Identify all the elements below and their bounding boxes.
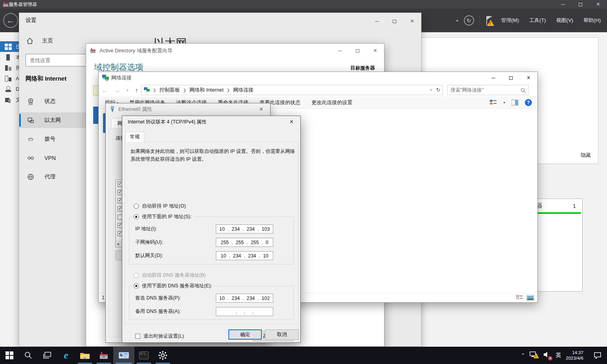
history-chevron-icon[interactable]: ∨ <box>123 88 132 92</box>
close-button[interactable] <box>366 44 384 58</box>
breadcrumb-network-internet[interactable]: 网络和 Internet <box>189 86 224 94</box>
chevron-right-icon: ❯ <box>181 88 188 92</box>
show-hidden-icons-chevron[interactable]: ⌃ <box>521 353 525 358</box>
clock[interactable]: 14:37 2023/4/6 <box>566 350 583 361</box>
maximize-button[interactable] <box>572 0 589 9</box>
cancel-button[interactable]: 取消 <box>265 329 299 340</box>
close-button[interactable] <box>403 13 421 29</box>
tile-count[interactable]: 1 <box>573 202 576 209</box>
intro-text: 如果网络支持此功能，则可以获取自动指派的 IP 设置。否则，你需要从网络系统管理… <box>131 147 296 163</box>
folder-location-icon <box>144 87 150 93</box>
default-gateway-input[interactable]: 10 . 234 . 234 . 10 <box>216 251 273 260</box>
subnet-mask-input[interactable]: 255 . 255 . 255 . 0 <box>216 238 273 247</box>
file-storage-icon <box>5 97 12 103</box>
chevron-right-icon: ❯ <box>225 88 232 92</box>
address-bar[interactable]: ❯ 控制面板 ❯ 网络和 Internet ❯ 网络连接 ∨ ↻ <box>141 85 443 95</box>
validate-settings-row[interactable]: 退出时验证设置(L) <box>135 333 184 340</box>
task-view-button[interactable] <box>38 347 57 364</box>
notifications-flag-icon[interactable] <box>486 15 493 26</box>
radio-manual-ip[interactable]: 使用下面的 IP 地址(S): <box>134 213 194 220</box>
radio-manual-dns[interactable]: 使用下面的 DNS 服务器地址(E): <box>134 283 214 289</box>
refresh-icon[interactable]: ↻ <box>464 15 474 26</box>
close-button[interactable] <box>283 116 300 128</box>
up-icon[interactable]: ↑ <box>132 87 142 94</box>
tcpip-properties-dialog: Internet 协议版本 4 (TCP/IPv4) 属性 常规 如果网络支持此… <box>122 116 301 343</box>
details-view-icon[interactable] <box>516 295 523 301</box>
server-manager-button[interactable] <box>94 347 113 364</box>
tab-general[interactable]: 常规 <box>125 132 144 142</box>
hide-button[interactable]: 隐藏 <box>581 152 591 159</box>
target-server-label: 目标服务器 <box>350 65 375 72</box>
preferred-dns-input[interactable]: 10 . 234 . 234 . 102 <box>216 294 273 303</box>
command-prompt-button[interactable] <box>134 347 153 364</box>
help-icon[interactable]: ? <box>525 99 532 106</box>
radio-icon-selected[interactable] <box>134 283 139 289</box>
control-panel-button[interactable] <box>113 347 134 364</box>
control-panel-icon <box>119 351 129 359</box>
preview-pane-icon[interactable] <box>511 99 519 106</box>
close-button[interactable] <box>589 0 607 9</box>
settings-button[interactable] <box>153 347 172 364</box>
window-title: 网络连接 <box>111 74 132 81</box>
maximize-button[interactable] <box>502 72 520 84</box>
subnet-mask-row: 子网掩码(U): 255 . 255 . 255 . 0 <box>135 238 273 247</box>
menu-tools[interactable]: 工具(T) <box>527 15 548 26</box>
address-dropdown-icon[interactable]: ∨ <box>430 88 433 92</box>
close-button[interactable] <box>252 103 270 115</box>
back-icon[interactable]: ← <box>99 87 111 94</box>
chevron-right-icon: ❯ <box>151 88 158 92</box>
toolbar-change-settings[interactable]: 更改此连接的设置 <box>311 99 352 106</box>
back-button[interactable]: ← <box>3 13 18 28</box>
preferred-dns-row: 首选 DNS 服务器(P): 10 . 234 . 234 . 102 <box>135 294 273 303</box>
breadcrumb-control-panel[interactable]: 控制面板 <box>159 86 180 94</box>
ime-indicator[interactable]: 英 <box>555 352 561 359</box>
radio-icon[interactable] <box>134 204 139 209</box>
taskbar: e ⌃ ✕ 英 14:37 2023/4/6 <box>0 347 607 364</box>
ip-address-input[interactable]: 10 . 234 . 234 . 103 <box>216 224 273 233</box>
close-button[interactable] <box>520 72 537 84</box>
maximize-button[interactable] <box>386 13 403 29</box>
default-gateway-row: 默认网关(D): 10 . 234 . 234 . 10 <box>135 251 273 260</box>
alternate-dns-row: 备用 DNS 服务器(A): . . . <box>135 307 273 316</box>
chevron-down-icon[interactable]: ▾ <box>456 18 458 23</box>
maximize-button[interactable] <box>349 44 366 58</box>
volume-muted-icon[interactable]: ✕ <box>543 351 551 360</box>
ok-button[interactable]: 确定 <box>228 329 262 340</box>
dialog-title: Ethernet0 属性 <box>118 106 152 113</box>
alternate-dns-input[interactable]: . . . <box>216 307 273 316</box>
refresh-icon[interactable]: ↻ <box>436 87 440 93</box>
sidebar-item-home[interactable]: 主页 <box>26 37 53 44</box>
search-input[interactable] <box>447 85 518 95</box>
minimize-button[interactable] <box>368 13 386 29</box>
dialup-icon <box>27 136 34 143</box>
view-options-chevron-icon[interactable]: ▾ <box>503 101 505 105</box>
breadcrumb-network-connections[interactable]: 网络连接 <box>233 86 254 94</box>
checkbox-unchecked[interactable] <box>135 334 140 339</box>
menu-help[interactable]: 帮助(H) <box>581 15 603 26</box>
file-explorer-button[interactable] <box>75 347 94 364</box>
forward-icon[interactable]: → <box>111 87 123 94</box>
minimize-button[interactable] <box>484 72 502 84</box>
search-icon <box>521 88 526 93</box>
radio-icon-selected[interactable] <box>134 214 139 219</box>
start-button[interactable] <box>0 347 19 364</box>
task-view-icon <box>43 352 51 359</box>
action-center-icon[interactable] <box>594 352 601 359</box>
radio-auto-ip[interactable]: 自动获得 IP 地址(O) <box>134 203 188 210</box>
menu-view[interactable]: 视图(V) <box>554 15 576 26</box>
search-button[interactable] <box>19 347 38 364</box>
view-options-icon[interactable] <box>490 99 497 106</box>
dashboard-tile[interactable]: 器 1 <box>530 199 583 292</box>
wizard-selected-item-sliver <box>93 107 99 124</box>
vpn-icon <box>27 154 34 162</box>
search-box[interactable] <box>447 85 529 95</box>
network-status-icon[interactable] <box>530 351 538 360</box>
network-connections-icon <box>102 75 109 81</box>
minimize-button[interactable] <box>331 44 349 58</box>
minimize-button[interactable] <box>554 0 572 9</box>
server-manager-titlebar: 服务器管理器 <box>0 0 607 9</box>
menu-manage[interactable]: 管理(M) <box>499 15 522 26</box>
internet-explorer-button[interactable]: e <box>57 347 75 364</box>
thumbnail-view-icon[interactable] <box>526 295 534 301</box>
folder-icon <box>80 352 90 359</box>
